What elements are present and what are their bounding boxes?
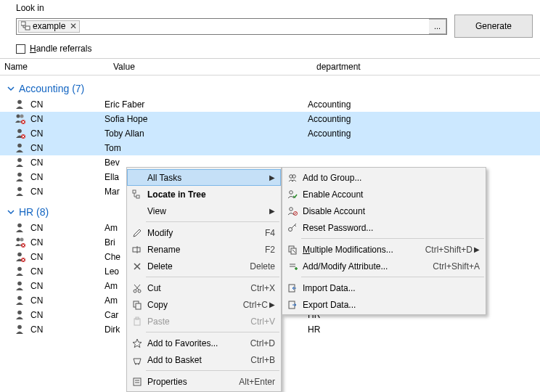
menu-add-to-group[interactable]: Add to Group... xyxy=(282,169,486,186)
svg-point-44 xyxy=(289,227,292,231)
chevron-down-icon xyxy=(7,85,15,92)
column-name[interactable]: Name xyxy=(4,62,113,72)
cell-name: CN xyxy=(30,143,43,153)
svg-point-13 xyxy=(17,238,20,242)
submenu-arrow-icon: ▶ xyxy=(268,301,275,309)
menu-rename[interactable]: Rename F2 xyxy=(127,241,281,258)
svg-point-12 xyxy=(17,224,22,228)
user-icon xyxy=(15,142,26,154)
menu-copy[interactable]: Copy Ctrl+C ▶ xyxy=(127,296,281,313)
svg-rect-24 xyxy=(136,195,139,198)
svg-point-3 xyxy=(17,115,20,118)
menu-separator xyxy=(146,277,279,277)
svg-point-22 xyxy=(17,325,22,330)
locate-icon xyxy=(130,189,144,200)
user-icon xyxy=(15,237,26,248)
menu-add-basket[interactable]: Add to Basket Ctrl+B xyxy=(127,351,281,368)
group-title: Accounting (7) xyxy=(19,83,84,94)
cell-name: CN xyxy=(30,158,43,168)
svg-point-21 xyxy=(17,311,22,315)
cell-name: CN xyxy=(30,172,43,182)
svg-point-4 xyxy=(20,115,24,118)
submenu-arrow-icon: ▶ xyxy=(268,207,275,215)
menu-multiple-modifications[interactable]: Multiple Modifications... Ctrl+Shift+D ▶ xyxy=(282,241,486,258)
cell-department: HR xyxy=(308,324,540,335)
menu-cut[interactable]: Cut Ctrl+X xyxy=(127,279,281,296)
folder-tree-icon xyxy=(21,21,31,31)
svg-rect-35 xyxy=(134,378,141,385)
svg-point-18 xyxy=(17,267,22,271)
menu-properties[interactable]: Properties Alt+Enter xyxy=(127,373,281,390)
cell-name: CN xyxy=(30,281,43,291)
svg-point-34 xyxy=(138,363,139,364)
menu-view[interactable]: View ▶ xyxy=(127,203,281,219)
scope-chip[interactable]: example ✕ xyxy=(18,20,80,33)
svg-point-11 xyxy=(17,187,22,192)
menu-export-data[interactable]: Export Data... xyxy=(282,296,486,313)
svg-point-28 xyxy=(138,290,141,293)
table-row[interactable]: CNToby AllanAccounting xyxy=(0,126,540,141)
menu-all-tasks[interactable]: All Tasks ▶ xyxy=(127,169,281,186)
table-row[interactable]: CNEric FaberAccounting xyxy=(0,97,540,112)
cell-name: CN xyxy=(30,99,43,110)
cell-name: CN xyxy=(30,223,43,233)
paste-icon xyxy=(130,317,144,327)
menu-reset-password[interactable]: Reset Password... xyxy=(282,219,486,236)
svg-rect-0 xyxy=(21,22,25,25)
cell-name: CN xyxy=(30,295,43,306)
svg-point-19 xyxy=(17,282,22,286)
disable-icon xyxy=(285,206,300,216)
menu-separator xyxy=(301,277,484,277)
all-tasks-submenu: Add to Group... Enable Account Disable A… xyxy=(282,167,486,315)
cell-value: Sofia Hope xyxy=(105,114,308,124)
svg-point-41 xyxy=(290,207,293,211)
menu-delete[interactable]: Delete Delete xyxy=(127,258,281,274)
handle-referrals-label: Handle referrals xyxy=(30,44,91,54)
look-in-label: Look in xyxy=(16,3,533,13)
menu-enable-account[interactable]: Enable Account xyxy=(282,186,486,203)
group-header[interactable]: Accounting (7) xyxy=(0,75,540,97)
group-title: HR (8) xyxy=(19,206,49,218)
browse-button[interactable]: ... xyxy=(429,19,446,34)
user-icon xyxy=(15,266,26,277)
menu-add-modify-attribute[interactable]: Add/Modify Attribute... Ctrl+Shift+A xyxy=(282,258,486,274)
column-value[interactable]: Value xyxy=(113,62,316,72)
svg-point-33 xyxy=(135,363,136,364)
svg-point-20 xyxy=(17,296,22,301)
menu-modify[interactable]: Modify F4 xyxy=(127,224,281,241)
table-row[interactable]: CNSofia HopeAccounting xyxy=(0,112,540,126)
chevron-down-icon xyxy=(7,208,15,216)
svg-rect-25 xyxy=(133,248,140,252)
copy-icon xyxy=(130,300,144,310)
menu-add-favorites[interactable]: Add to Favorites... Ctrl+D xyxy=(127,335,281,351)
cell-name: CN xyxy=(30,187,43,197)
properties-icon xyxy=(130,377,144,387)
svg-point-9 xyxy=(17,158,22,163)
svg-point-8 xyxy=(17,144,22,148)
svg-point-14 xyxy=(20,238,24,242)
user-icon xyxy=(15,186,26,197)
menu-disable-account[interactable]: Disable Account xyxy=(282,203,486,219)
svg-point-2 xyxy=(17,100,22,105)
cell-name: CN xyxy=(30,128,43,139)
cut-icon xyxy=(130,283,144,293)
menu-import-data[interactable]: Import Data... xyxy=(282,279,486,296)
table-row[interactable]: CNTom xyxy=(0,141,540,155)
user-icon xyxy=(15,157,26,168)
svg-rect-30 xyxy=(136,303,141,309)
look-in-input[interactable]: example ✕ ... xyxy=(16,18,447,35)
cell-name: CN xyxy=(30,237,43,248)
svg-line-43 xyxy=(294,212,296,214)
column-department[interactable]: department xyxy=(316,62,540,72)
enable-icon xyxy=(285,189,300,200)
chip-close-icon[interactable]: ✕ xyxy=(70,21,77,31)
cell-name: CN xyxy=(30,310,43,320)
cell-name: CN xyxy=(30,324,43,335)
key-icon xyxy=(285,223,300,233)
menu-separator xyxy=(146,370,279,371)
basket-icon xyxy=(130,355,144,365)
handle-referrals-checkbox[interactable] xyxy=(16,44,25,54)
menu-locate-in-tree[interactable]: Locate in Tree xyxy=(127,186,281,203)
cell-name: CN xyxy=(30,114,43,124)
generate-button[interactable]: Generate xyxy=(454,15,533,38)
